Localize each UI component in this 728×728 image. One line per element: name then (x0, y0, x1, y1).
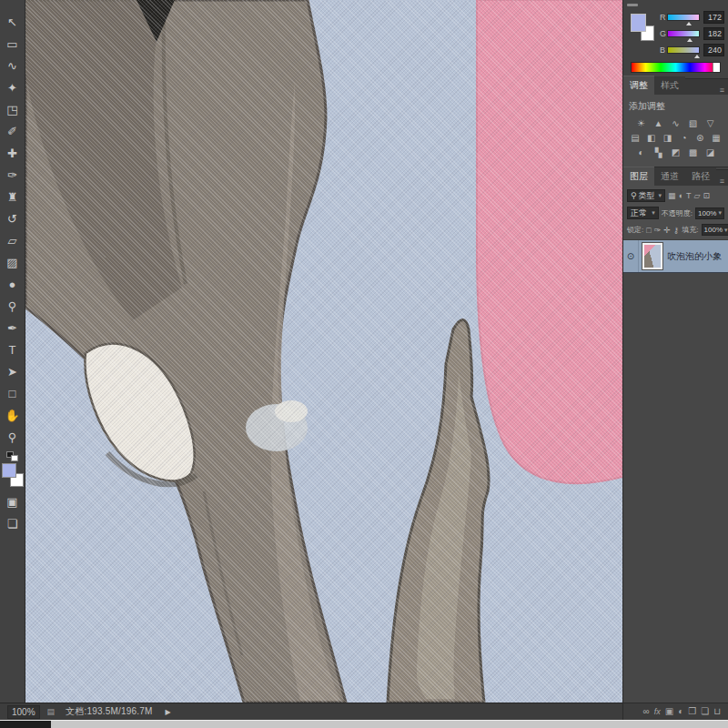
new-layer-icon[interactable]: ❏ (701, 707, 709, 716)
adjustment-filter-icon[interactable]: ◐ (679, 191, 683, 200)
lasso-tool[interactable]: ∿ (3, 55, 23, 76)
color-lookup-icon[interactable]: ▦ (710, 132, 723, 144)
layer-name[interactable]: 吹泡泡的小象 (667, 250, 722, 263)
type-filter-icon[interactable]: T (686, 191, 692, 200)
adjustments-header: 添加调整 (629, 100, 723, 113)
delete-layer-icon[interactable]: ⊔ (713, 707, 721, 716)
hue-saturation-icon[interactable]: ▤ (629, 132, 642, 144)
brightness-contrast-icon[interactable]: ☀ (634, 117, 648, 129)
pen-tool[interactable]: ✒ (3, 317, 23, 339)
blur-tool[interactable]: ● (3, 273, 23, 295)
blue-channel-row: B 240 (660, 46, 724, 54)
blue-channel-label: B (660, 46, 667, 55)
levels-icon[interactable]: ▲ (652, 117, 665, 129)
tab-adjustments[interactable]: 调整 (623, 76, 654, 95)
pixel-filter-icon[interactable]: ▦ (668, 191, 676, 200)
blue-channel-slider[interactable] (667, 46, 700, 54)
history-brush-tool[interactable]: ↺ (3, 207, 23, 229)
red-channel-label: R (660, 13, 667, 22)
bottom-strip-dark-block (0, 721, 51, 728)
vibrance-icon[interactable]: ▽ (703, 117, 717, 129)
quick-selection-tool[interactable]: ✦ (3, 76, 23, 98)
foreground-color-swatch[interactable] (2, 463, 16, 478)
hand-tool[interactable]: ✋ (3, 404, 23, 426)
tab-styles[interactable]: 样式 (654, 76, 685, 95)
layer-thumbnail[interactable] (642, 243, 662, 269)
selective-color-icon[interactable]: ◪ (703, 147, 717, 158)
chevron-down-icon: ▾ (724, 227, 728, 234)
move-tool[interactable]: ↖ (3, 11, 23, 33)
channel-mixer-icon[interactable]: ⊛ (693, 132, 706, 144)
tools-panel: ↖ ▭ ∿ ✦ ◳ ✐ ✚ ✑ ♜ ↺ ▱ ▨ ● ⚲ ✒ T ➤ □ ✋ ⚲ … (0, 0, 25, 703)
color-balance-icon[interactable]: ◧ (645, 132, 658, 144)
brush-tool[interactable]: ✑ (3, 164, 23, 186)
canvas-area[interactable] (25, 0, 622, 703)
layer-row-selected[interactable]: ⊙ 吹泡泡的小象 (623, 240, 728, 273)
adjustments-row-1: ☀ ▲ ∿ ▧ ▽ (629, 117, 723, 129)
shape-tool[interactable]: □ (3, 382, 23, 404)
curves-icon[interactable]: ∿ (669, 117, 682, 129)
blend-mode-dropdown[interactable]: 正常 ▾ (627, 207, 659, 219)
quick-mask-button[interactable]: ▣ (3, 490, 23, 512)
fill-field[interactable]: 100% ▾ (702, 224, 728, 236)
eraser-tool[interactable]: ▱ (3, 229, 23, 251)
type-tool[interactable]: T (3, 339, 23, 360)
blue-channel-value[interactable]: 240 (703, 44, 724, 56)
link-layers-icon[interactable]: ∞ (643, 707, 650, 716)
zoom-level-field[interactable]: 100% (7, 705, 40, 719)
clone-stamp-tool[interactable]: ♜ (3, 186, 23, 207)
color-spectrum-ramp[interactable] (631, 62, 721, 73)
new-group-icon[interactable]: ❐ (688, 707, 696, 716)
healing-brush-tool[interactable]: ✚ (3, 142, 23, 164)
panel-grip[interactable] (627, 4, 638, 6)
lock-transparency-icon[interactable]: □ (646, 226, 651, 235)
tab-paths[interactable]: 路径 (685, 167, 716, 186)
black-white-icon[interactable]: ◨ (662, 132, 674, 144)
zoom-tool[interactable]: ⚲ (3, 426, 23, 448)
screen-mode-button[interactable]: ❏ (3, 512, 23, 534)
tab-layers[interactable]: 图层 (623, 167, 654, 186)
gradient-tool[interactable]: ▨ (3, 251, 23, 273)
lock-pixels-icon[interactable]: ✑ (654, 226, 662, 235)
default-colors-icon[interactable] (6, 451, 18, 461)
layer-visibility-toggle[interactable]: ⊙ (623, 240, 639, 272)
green-channel-label: G (660, 29, 667, 38)
red-channel-slider[interactable] (667, 14, 700, 21)
eyedropper-tool[interactable]: ✐ (3, 120, 23, 142)
panel-menu-icon[interactable]: ≡ (720, 86, 724, 95)
layers-list: ⊙ 吹泡泡的小象 (623, 240, 728, 703)
path-selection-tool[interactable]: ➤ (3, 360, 23, 382)
red-slider-thumb[interactable] (686, 22, 692, 25)
green-channel-slider[interactable] (667, 30, 700, 37)
green-channel-value[interactable]: 182 (703, 27, 724, 40)
exposure-icon[interactable]: ▧ (686, 117, 700, 129)
posterize-icon[interactable]: ▚ (652, 147, 665, 158)
marquee-tool[interactable]: ▭ (3, 33, 23, 55)
layer-style-icon[interactable]: fx (654, 708, 661, 716)
dodge-tool[interactable]: ⚲ (3, 295, 23, 317)
tab-channels[interactable]: 通道 (654, 167, 685, 186)
photo-filter-icon[interactable]: ◔ (678, 132, 691, 144)
opacity-field[interactable]: 100% ▾ (695, 207, 724, 219)
lock-all-icon[interactable]: ⚷ (673, 226, 680, 235)
foreground-color-swatch[interactable] (631, 14, 646, 32)
threshold-icon[interactable]: ◩ (669, 147, 682, 158)
status-flyout-arrow[interactable]: ▶ (166, 708, 171, 716)
gradient-map-icon[interactable]: ▩ (686, 147, 700, 158)
smart-object-filter-icon[interactable]: ⊡ (703, 191, 710, 200)
green-slider-thumb[interactable] (687, 38, 693, 42)
lock-label: 锁定: (627, 225, 643, 235)
new-adjustment-layer-icon[interactable]: ◐ (678, 707, 683, 716)
add-mask-icon[interactable]: ▣ (665, 707, 673, 716)
lock-position-icon[interactable]: ✛ (663, 226, 671, 235)
layers-panel-header: ⚲ 类型 ▾ ▦ ◐ T ▱ ⊡ 正常 ▾ 不透明度: 100% ▾ (623, 186, 728, 240)
invert-icon[interactable]: ◐ (634, 147, 648, 158)
blend-mode-row: 正常 ▾ 不透明度: 100% ▾ (627, 207, 724, 219)
layer-filter-type-dropdown[interactable]: ⚲ 类型 ▾ (627, 189, 665, 202)
crop-tool[interactable]: ◳ (3, 98, 23, 120)
layers-panel-menu-icon[interactable]: ≡ (720, 177, 724, 186)
shape-filter-icon[interactable]: ▱ (694, 191, 701, 200)
red-channel-value[interactable]: 172 (703, 11, 724, 24)
white-chip[interactable] (713, 63, 720, 72)
blue-slider-thumb[interactable] (694, 55, 700, 58)
